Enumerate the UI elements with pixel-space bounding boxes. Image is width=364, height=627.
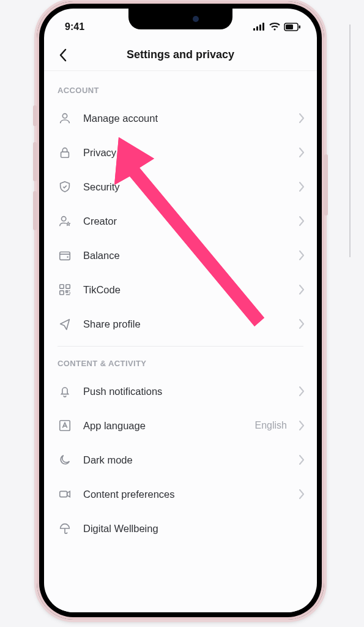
volume-up-button <box>33 142 37 181</box>
chevron-left-icon <box>59 48 67 62</box>
svg-point-10 <box>62 217 66 221</box>
row-label: Push notifications <box>83 386 288 397</box>
row-label: Manage account <box>83 113 288 124</box>
svg-rect-7 <box>286 24 293 29</box>
chevron-right-icon <box>299 285 305 295</box>
status-time: 9:41 <box>65 21 84 32</box>
settings-list: ACCOUNT Manage account Privacy Se <box>44 71 317 546</box>
row-label: Balance <box>83 250 288 261</box>
row-security[interactable]: Security <box>44 170 317 204</box>
row-balance[interactable]: Balance <box>44 238 317 272</box>
svg-rect-13 <box>60 285 64 288</box>
mute-switch <box>33 105 37 126</box>
person-icon <box>58 111 72 126</box>
divider <box>58 346 303 347</box>
svg-rect-17 <box>60 491 67 497</box>
row-push-notifications[interactable]: Push notifications <box>44 374 317 408</box>
svg-rect-3 <box>262 23 264 31</box>
row-label: Dark mode <box>83 454 288 466</box>
chevron-right-icon <box>299 250 305 260</box>
row-label: Digital Wellbeing <box>83 523 305 535</box>
row-label: Content preferences <box>83 489 288 500</box>
row-label: Privacy <box>83 147 288 159</box>
svg-rect-0 <box>253 28 255 31</box>
chevron-right-icon <box>299 182 305 192</box>
row-value: English <box>255 420 287 431</box>
chevron-right-icon <box>299 319 305 329</box>
wifi-icon <box>269 23 280 31</box>
signal-icon <box>253 23 266 31</box>
row-label: App language <box>83 420 244 432</box>
page-title: Settings and privacy <box>127 48 234 61</box>
svg-rect-11 <box>60 252 70 260</box>
phone-frame: 9:41 Settings and privacy ACCOUNT <box>37 1 324 620</box>
row-label: TikCode <box>83 284 288 296</box>
lock-icon <box>58 145 72 160</box>
row-label: Security <box>83 181 288 193</box>
svg-rect-14 <box>66 285 70 288</box>
notch <box>128 9 232 29</box>
svg-rect-6 <box>299 26 301 29</box>
row-privacy[interactable]: Privacy <box>44 135 317 170</box>
row-creator[interactable]: Creator <box>44 204 317 238</box>
row-dark-mode[interactable]: Dark mode <box>44 443 317 477</box>
umbrella-icon <box>58 521 72 536</box>
row-content-preferences[interactable]: Content preferences <box>44 477 317 511</box>
language-icon <box>58 418 72 433</box>
star-user-icon <box>58 214 72 228</box>
row-label: Share profile <box>83 318 288 330</box>
chevron-right-icon <box>299 489 305 499</box>
decorative-rule <box>349 24 351 257</box>
moon-icon <box>58 452 72 467</box>
video-icon <box>58 487 72 501</box>
bottom-fade <box>44 594 317 612</box>
svg-point-12 <box>67 257 68 258</box>
battery-icon <box>284 23 301 31</box>
row-manage-account[interactable]: Manage account <box>44 101 317 135</box>
svg-rect-1 <box>256 26 258 31</box>
section-header-account: ACCOUNT <box>44 76 317 101</box>
wallet-icon <box>58 248 72 263</box>
share-icon <box>58 317 72 331</box>
chevron-right-icon <box>299 421 305 430</box>
back-button[interactable] <box>54 46 72 64</box>
row-digital-wellbeing[interactable]: Digital Wellbeing <box>44 511 317 546</box>
section-header-content-activity: CONTENT & ACTIVITY <box>44 349 317 374</box>
row-share-profile[interactable]: Share profile <box>44 307 317 341</box>
nav-header: Settings and privacy <box>44 39 317 71</box>
row-tikcode[interactable]: TikCode <box>44 272 317 307</box>
svg-point-8 <box>62 114 67 118</box>
shield-icon <box>58 179 72 194</box>
power-button <box>324 154 328 216</box>
svg-rect-2 <box>259 24 261 31</box>
screen: 9:41 Settings and privacy ACCOUNT <box>44 9 317 612</box>
volume-down-button <box>33 191 37 230</box>
chevron-right-icon <box>299 113 305 123</box>
chevron-right-icon <box>299 386 305 396</box>
svg-point-4 <box>273 28 275 30</box>
svg-rect-15 <box>60 291 64 295</box>
row-label: Creator <box>83 216 288 227</box>
chevron-right-icon <box>299 148 305 157</box>
row-app-language[interactable]: App language English <box>44 408 317 443</box>
qr-icon <box>58 282 72 297</box>
chevron-right-icon <box>299 455 305 465</box>
svg-rect-9 <box>61 152 69 157</box>
chevron-right-icon <box>299 216 305 226</box>
bell-icon <box>58 384 72 399</box>
